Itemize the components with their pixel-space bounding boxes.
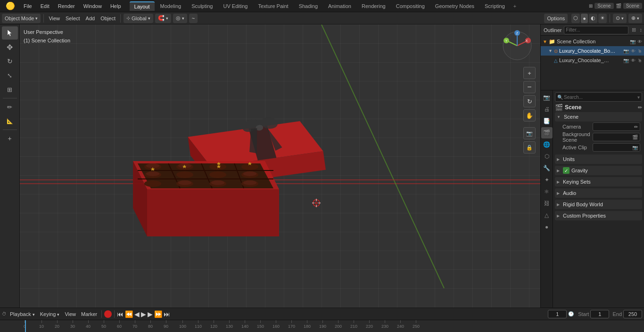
tab-texture-paint[interactable]: Texture Paint — [253, 2, 293, 10]
audio-section-header[interactable]: ▶ Audio — [555, 188, 642, 198]
rigid-body-header[interactable]: ▶ Rigid Body World — [555, 200, 642, 209]
active-clip-value[interactable]: 📷 — [593, 143, 640, 152]
physics-props-btn[interactable]: ⚛ — [541, 186, 553, 197]
orbit-btn[interactable]: ↻ — [523, 95, 536, 107]
solid-btn[interactable]: ● — [581, 14, 588, 23]
navigation-gizmo[interactable]: X Y Z — [501, 29, 534, 62]
outliner-row-scene-collection[interactable]: ▼ 📁 Scene Collection 📷 👁 — [541, 37, 644, 46]
background-scene-value[interactable]: 🎬 — [593, 133, 640, 141]
material-preview-btn[interactable]: ◐ — [589, 14, 597, 23]
tab-uv-editing[interactable]: UV Editing — [218, 2, 252, 10]
start-frame-input[interactable] — [590, 310, 609, 318]
vp-add-menu[interactable]: Add — [84, 15, 97, 22]
camera-value[interactable]: ✏ — [593, 122, 640, 131]
menu-render[interactable]: Render — [54, 2, 79, 10]
measure-tool[interactable]: 📐 — [2, 114, 18, 128]
prev-keyframe-btn[interactable]: ◀ — [134, 310, 140, 318]
obj1-restrict-render[interactable]: 📷 — [623, 49, 629, 54]
mode-selector[interactable]: Object Mode ▾ — [2, 14, 41, 23]
rendered-btn[interactable]: ☀ — [598, 14, 607, 23]
next-frame-btn[interactable]: ⏩ — [154, 310, 162, 318]
lock-camera-btn[interactable]: 🔒 — [523, 141, 536, 154]
gizmos-btn[interactable]: ⊕ ▾ — [628, 14, 642, 23]
menu-edit[interactable]: Edit — [37, 2, 53, 10]
tab-geometry-nodes[interactable]: Geometry Nodes — [430, 2, 479, 10]
output-props-btn[interactable]: 🖨 — [541, 104, 553, 115]
modifier-props-btn[interactable]: 🔧 — [541, 162, 553, 174]
props-search-input[interactable] — [564, 95, 636, 100]
data-props-btn[interactable]: △ — [541, 210, 553, 221]
rotate-tool[interactable]: ↻ — [2, 55, 18, 68]
tab-compositing[interactable]: Compositing — [391, 2, 429, 10]
tab-scripting[interactable]: Scripting — [480, 2, 510, 10]
marker-menu[interactable]: Marker — [79, 310, 99, 318]
pan-btn[interactable]: ✋ — [523, 109, 536, 121]
restrict-viewport-icon[interactable]: 👁 — [637, 39, 642, 44]
view-layer-props-btn[interactable]: 📑 — [541, 115, 553, 127]
obj2-restrict-view[interactable]: 👁 — [631, 58, 636, 63]
menu-file[interactable]: File — [20, 2, 36, 10]
constraints-props-btn[interactable]: ⛓ — [541, 198, 553, 209]
sync-btn[interactable]: ↕ — [638, 26, 644, 33]
outliner-row-obj1[interactable]: ▼ ⊙ Luxury_Chocolate_Box_Oper 📷 👁 🖱 — [541, 46, 644, 56]
add-workspace-btn[interactable]: + — [511, 2, 519, 10]
scale-tool[interactable]: ⤡ — [2, 69, 18, 82]
keying-menu[interactable]: Keying ▾ — [38, 310, 62, 318]
obj1-restrict-view[interactable]: 👁 — [631, 49, 636, 54]
playback-menu[interactable]: Playback ▾ — [8, 310, 37, 318]
obj2-restrict-render[interactable]: 📷 — [623, 58, 629, 63]
vp-select-menu[interactable]: Select — [64, 15, 82, 22]
annotate-tool[interactable]: ✏ — [2, 100, 18, 113]
obj1-restrict-select[interactable]: 🖱 — [637, 49, 642, 54]
menu-window[interactable]: Window — [80, 2, 106, 10]
overlays-btn[interactable]: ⊙ ▾ — [613, 14, 627, 23]
move-tool[interactable]: ✥ — [2, 40, 18, 54]
camera-edit-btn[interactable]: ✏ — [634, 124, 638, 130]
record-btn[interactable] — [104, 310, 112, 318]
keying-sets-header[interactable]: ▶ Keying Sets — [555, 177, 642, 186]
transform-tool[interactable]: ⊞ — [2, 83, 18, 96]
options-menu[interactable]: Options — [544, 14, 568, 23]
tab-rendering[interactable]: Rendering — [357, 2, 390, 10]
zoom-in-btn[interactable]: + — [523, 67, 536, 79]
obj2-restrict-select[interactable]: 🖱 — [637, 58, 642, 63]
units-section-header[interactable]: ▶ Units — [555, 154, 642, 164]
playhead[interactable] — [25, 320, 26, 332]
viewport-3d[interactable]: User Perspective (1) Scene Collection X … — [20, 24, 540, 308]
tab-modeling[interactable]: Modeling — [156, 2, 186, 10]
material-props-btn[interactable]: ● — [541, 221, 553, 233]
zoom-out-btn[interactable]: − — [523, 81, 536, 93]
tab-animation[interactable]: Animation — [323, 2, 356, 10]
gravity-section-header[interactable]: ▶ ✓ Gravity — [555, 166, 642, 175]
tab-shading[interactable]: Shading — [294, 2, 322, 10]
end-frame-input[interactable] — [623, 310, 642, 318]
gravity-checkbox[interactable]: ✓ — [563, 167, 570, 174]
view-menu-tl[interactable]: View — [63, 310, 78, 318]
menu-help[interactable]: Help — [107, 2, 125, 10]
props-filter-icon[interactable]: ▾ — [637, 95, 640, 100]
vp-object-menu[interactable]: Object — [99, 15, 117, 22]
scene-selector[interactable]: Scene — [594, 3, 613, 9]
scene-props-btn[interactable]: 🎬 — [541, 127, 553, 138]
outliner-row-obj2[interactable]: △ Luxury_Chocolate_Box_C 📷 👁 🖱 — [541, 56, 644, 65]
transform-orientation[interactable]: ⊹ Global ▾ — [124, 14, 153, 23]
render-props-btn[interactable]: 📷 — [541, 92, 553, 103]
camera-view-btn[interactable]: 📷 — [523, 127, 536, 139]
scene-props-edit[interactable]: ✏ — [638, 105, 642, 111]
blender-icon[interactable]: 🟡 — [2, 0, 19, 11]
next-keyframe-btn[interactable]: ▶ — [148, 310, 153, 318]
play-btn[interactable]: ▶ — [141, 310, 146, 318]
jump-end-btn[interactable]: ⏭ — [164, 310, 170, 318]
prev-frame-btn[interactable]: ⏪ — [125, 310, 133, 318]
cursor-tool[interactable] — [2, 26, 18, 40]
wireframe-btn[interactable]: ⬡ — [571, 14, 580, 23]
custom-props-header[interactable]: ▶ Custom Properties — [555, 211, 642, 220]
frame-clock-icon[interactable]: 🕐 — [568, 311, 574, 316]
vp-view-menu[interactable]: View — [47, 15, 62, 22]
tab-sculpting[interactable]: Sculpting — [187, 2, 217, 10]
filter-btn[interactable]: ⊞ — [630, 26, 637, 33]
falloff-type[interactable]: ~ — [189, 14, 198, 23]
outliner-search[interactable] — [564, 26, 628, 34]
world-props-btn[interactable]: 🌐 — [541, 139, 553, 150]
current-frame-input[interactable] — [548, 310, 567, 318]
